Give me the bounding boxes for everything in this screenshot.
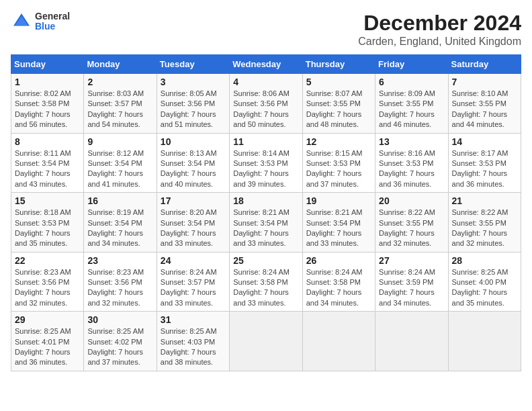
calendar-cell: 14Sunrise: 8:17 AMSunset: 3:53 PMDayligh… xyxy=(448,133,521,193)
column-header-saturday: Saturday xyxy=(448,55,521,74)
day-number: 13 xyxy=(379,136,444,147)
cell-details: Sunrise: 8:22 AMSunset: 3:55 PMDaylight:… xyxy=(379,208,444,249)
cell-details: Sunrise: 8:24 AMSunset: 3:58 PMDaylight:… xyxy=(306,267,371,309)
day-number: 25 xyxy=(233,255,298,266)
cell-details: Sunrise: 8:10 AMSunset: 3:55 PMDaylight:… xyxy=(452,89,517,130)
cell-details: Sunrise: 8:07 AMSunset: 3:55 PMDaylight:… xyxy=(306,89,371,130)
cell-details: Sunrise: 8:02 AMSunset: 3:58 PMDaylight:… xyxy=(15,89,80,130)
calendar-cell xyxy=(448,312,521,371)
day-number: 11 xyxy=(233,136,298,147)
day-number: 31 xyxy=(161,314,226,325)
calendar-cell: 12Sunrise: 8:15 AMSunset: 3:53 PMDayligh… xyxy=(302,133,375,193)
day-number: 24 xyxy=(161,255,226,266)
day-number: 15 xyxy=(15,195,80,206)
day-number: 2 xyxy=(87,77,152,87)
calendar-cell: 3Sunrise: 8:05 AMSunset: 3:56 PMDaylight… xyxy=(157,74,229,134)
day-number: 29 xyxy=(15,314,80,325)
day-number: 22 xyxy=(15,255,80,266)
column-header-sunday: Sunday xyxy=(11,55,84,74)
column-header-monday: Monday xyxy=(84,55,157,74)
day-number: 30 xyxy=(87,314,152,325)
day-number: 5 xyxy=(306,77,371,87)
calendar-cell: 30Sunrise: 8:25 AMSunset: 4:02 PMDayligh… xyxy=(84,312,157,371)
cell-details: Sunrise: 8:09 AMSunset: 3:55 PMDaylight:… xyxy=(379,89,444,130)
cell-details: Sunrise: 8:24 AMSunset: 3:58 PMDaylight:… xyxy=(233,267,298,309)
day-number: 21 xyxy=(452,195,517,206)
cell-details: Sunrise: 8:24 AMSunset: 3:57 PMDaylight:… xyxy=(161,267,226,309)
day-number: 27 xyxy=(379,255,444,266)
page-title: December 2024 xyxy=(358,11,521,36)
calendar-cell: 20Sunrise: 8:22 AMSunset: 3:55 PMDayligh… xyxy=(375,193,448,253)
calendar-cell: 29Sunrise: 8:25 AMSunset: 4:01 PMDayligh… xyxy=(11,312,84,371)
cell-details: Sunrise: 8:05 AMSunset: 3:56 PMDaylight:… xyxy=(161,89,226,130)
calendar-cell: 21Sunrise: 8:22 AMSunset: 3:55 PMDayligh… xyxy=(448,193,521,253)
day-number: 20 xyxy=(379,195,444,206)
day-number: 18 xyxy=(233,195,298,206)
header: General Blue December 2024 Carden, Engla… xyxy=(11,11,521,48)
day-number: 10 xyxy=(161,136,226,147)
cell-details: Sunrise: 8:20 AMSunset: 3:54 PMDaylight:… xyxy=(161,208,226,249)
calendar-cell: 24Sunrise: 8:24 AMSunset: 3:57 PMDayligh… xyxy=(157,252,229,312)
title-block: December 2024 Carden, England, United Ki… xyxy=(358,11,521,48)
cell-details: Sunrise: 8:18 AMSunset: 3:53 PMDaylight:… xyxy=(15,208,80,249)
calendar-cell: 2Sunrise: 8:03 AMSunset: 3:57 PMDaylight… xyxy=(84,74,157,134)
day-number: 26 xyxy=(306,255,371,266)
calendar-cell: 7Sunrise: 8:10 AMSunset: 3:55 PMDaylight… xyxy=(448,74,521,134)
day-number: 8 xyxy=(15,136,80,147)
calendar-table: SundayMondayTuesdayWednesdayThursdayFrid… xyxy=(11,54,521,371)
calendar-cell: 28Sunrise: 8:25 AMSunset: 4:00 PMDayligh… xyxy=(448,252,521,312)
calendar-week-row: 22Sunrise: 8:23 AMSunset: 3:56 PMDayligh… xyxy=(11,252,521,312)
logo-text: General Blue xyxy=(35,11,70,32)
calendar-cell: 23Sunrise: 8:23 AMSunset: 3:56 PMDayligh… xyxy=(84,252,157,312)
cell-details: Sunrise: 8:03 AMSunset: 3:57 PMDaylight:… xyxy=(87,89,152,130)
cell-details: Sunrise: 8:13 AMSunset: 3:54 PMDaylight:… xyxy=(161,148,226,190)
calendar-week-row: 15Sunrise: 8:18 AMSunset: 3:53 PMDayligh… xyxy=(11,193,521,253)
day-number: 6 xyxy=(379,77,444,87)
cell-details: Sunrise: 8:15 AMSunset: 3:53 PMDaylight:… xyxy=(306,148,371,190)
logo: General Blue xyxy=(11,11,70,32)
calendar-cell: 10Sunrise: 8:13 AMSunset: 3:54 PMDayligh… xyxy=(157,133,229,193)
day-number: 7 xyxy=(452,77,517,87)
calendar-cell xyxy=(302,312,375,371)
cell-details: Sunrise: 8:23 AMSunset: 3:56 PMDaylight:… xyxy=(15,267,80,309)
day-number: 19 xyxy=(306,195,371,206)
calendar-week-row: 29Sunrise: 8:25 AMSunset: 4:01 PMDayligh… xyxy=(11,312,521,371)
calendar-cell: 25Sunrise: 8:24 AMSunset: 3:58 PMDayligh… xyxy=(230,252,302,312)
day-number: 12 xyxy=(306,136,371,147)
calendar-cell: 16Sunrise: 8:19 AMSunset: 3:54 PMDayligh… xyxy=(84,193,157,253)
calendar-week-row: 1Sunrise: 8:02 AMSunset: 3:58 PMDaylight… xyxy=(11,74,521,134)
cell-details: Sunrise: 8:25 AMSunset: 4:02 PMDaylight:… xyxy=(87,326,152,368)
logo-icon xyxy=(11,11,32,32)
cell-details: Sunrise: 8:21 AMSunset: 3:54 PMDaylight:… xyxy=(233,208,298,249)
calendar-cell: 27Sunrise: 8:24 AMSunset: 3:59 PMDayligh… xyxy=(375,252,448,312)
day-number: 16 xyxy=(87,195,152,206)
calendar-cell: 6Sunrise: 8:09 AMSunset: 3:55 PMDaylight… xyxy=(375,74,448,134)
day-number: 28 xyxy=(452,255,517,266)
calendar-cell: 15Sunrise: 8:18 AMSunset: 3:53 PMDayligh… xyxy=(11,193,84,253)
cell-details: Sunrise: 8:25 AMSunset: 4:01 PMDaylight:… xyxy=(15,326,80,368)
column-header-thursday: Thursday xyxy=(302,55,375,74)
cell-details: Sunrise: 8:16 AMSunset: 3:53 PMDaylight:… xyxy=(379,148,444,190)
cell-details: Sunrise: 8:12 AMSunset: 3:54 PMDaylight:… xyxy=(87,148,152,190)
day-number: 4 xyxy=(233,77,298,87)
logo-blue: Blue xyxy=(35,21,70,32)
cell-details: Sunrise: 8:23 AMSunset: 3:56 PMDaylight:… xyxy=(87,267,152,309)
day-number: 23 xyxy=(87,255,152,266)
calendar-week-row: 8Sunrise: 8:11 AMSunset: 3:54 PMDaylight… xyxy=(11,133,521,193)
calendar-cell xyxy=(375,312,448,371)
day-number: 3 xyxy=(161,77,226,87)
calendar-cell: 18Sunrise: 8:21 AMSunset: 3:54 PMDayligh… xyxy=(230,193,302,253)
column-header-wednesday: Wednesday xyxy=(230,55,302,74)
cell-details: Sunrise: 8:21 AMSunset: 3:54 PMDaylight:… xyxy=(306,208,371,249)
calendar-cell: 31Sunrise: 8:25 AMSunset: 4:03 PMDayligh… xyxy=(157,312,229,371)
calendar-body: 1Sunrise: 8:02 AMSunset: 3:58 PMDaylight… xyxy=(11,74,521,371)
page-subtitle: Carden, England, United Kingdom xyxy=(358,36,521,48)
calendar-cell xyxy=(230,312,302,371)
calendar-cell: 1Sunrise: 8:02 AMSunset: 3:58 PMDaylight… xyxy=(11,74,84,134)
calendar-cell: 13Sunrise: 8:16 AMSunset: 3:53 PMDayligh… xyxy=(375,133,448,193)
calendar-cell: 26Sunrise: 8:24 AMSunset: 3:58 PMDayligh… xyxy=(302,252,375,312)
cell-details: Sunrise: 8:14 AMSunset: 3:53 PMDaylight:… xyxy=(233,148,298,190)
cell-details: Sunrise: 8:24 AMSunset: 3:59 PMDaylight:… xyxy=(379,267,444,309)
cell-details: Sunrise: 8:11 AMSunset: 3:54 PMDaylight:… xyxy=(15,148,80,190)
cell-details: Sunrise: 8:17 AMSunset: 3:53 PMDaylight:… xyxy=(452,148,517,190)
